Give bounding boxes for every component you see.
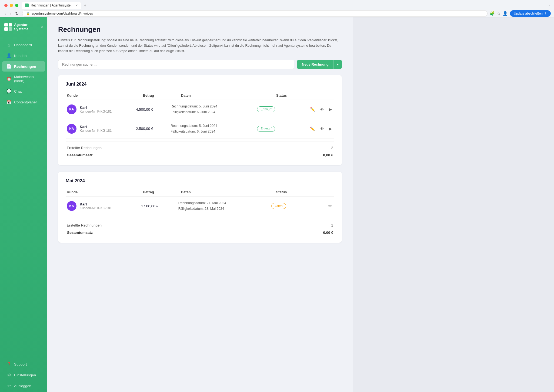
sidebar-item-dashboard[interactable]: ⌂ Dashboard [2, 40, 45, 50]
ausloggen-icon: ↩ [6, 383, 11, 388]
browser-menu-button[interactable]: ⋮ [548, 3, 552, 8]
sidebar-collapse-button[interactable]: « [41, 25, 43, 29]
window-minimize-dot[interactable] [10, 4, 13, 7]
section-month-mai: Mai 2024 [66, 178, 334, 184]
update-button[interactable]: Update abschließen ⋮ [510, 10, 551, 17]
avatar: KA [67, 104, 76, 114]
status-cell: Entwurf [257, 106, 309, 112]
sidebar-item-rechnungen[interactable]: 📄 Rechnungen [2, 61, 45, 72]
table-row: KA Karl Kunden-Nr: K-KG-181 4.500,00 € R… [66, 100, 334, 119]
new-tab-button[interactable]: + [82, 3, 88, 8]
customer-name: Karl [80, 106, 112, 110]
summary-gesamtumsatz: Gesamtumsatz 0,00 € [66, 151, 334, 159]
col-daten: Daten [181, 190, 276, 194]
back-button[interactable]: ‹ [3, 11, 7, 17]
main-content: Rechnungen Hinweis zur Rechnungsstellung… [47, 17, 353, 392]
neue-rechnung-dropdown-button[interactable]: ▾ [333, 60, 342, 69]
invoice-section-mai: Mai 2024 Kunde Betrag Daten Status KA Ka… [58, 172, 342, 243]
sidebar-item-einstellungen[interactable]: ⚙ Einstellungen [2, 370, 45, 380]
contentplaner-icon: 📅 [6, 100, 11, 104]
sidebar-item-kunden[interactable]: 👤 Kunden [2, 50, 45, 61]
search-input[interactable] [58, 60, 294, 69]
status-badge: Entwurf [257, 126, 275, 132]
reload-button[interactable]: ↻ [14, 11, 20, 17]
summary-divider [66, 219, 334, 219]
customer-nr: Kunden-Nr: K-KG-181 [80, 206, 112, 210]
edit-button[interactable]: ✏️ [309, 106, 316, 113]
amount-cell: 1.500,00 € [141, 204, 178, 208]
sidebar-item-label: Ausloggen [14, 384, 31, 388]
neue-rechnung-btn-group: Neue Rechnung ▾ [297, 60, 342, 69]
actions-cell: ✏️ 👁 ▶ [309, 106, 333, 113]
erstellte-count: 1 [331, 223, 333, 227]
logo-text: Agentur Systeme [14, 23, 28, 31]
summary-divider [66, 141, 334, 141]
customer-cell: KA Karl Kunden-Nr: K-KG-181 [67, 124, 136, 134]
send-button[interactable]: ▶ [328, 125, 333, 132]
bookmark-button[interactable]: ☆ [497, 11, 500, 16]
dates-cell: Rechnungsdatum: 5. Juni 2024 Fälligkeits… [171, 123, 257, 135]
forward-button[interactable]: › [8, 11, 12, 17]
tab-favicon [25, 4, 29, 7]
tab-close-btn[interactable]: ✕ [75, 4, 78, 7]
nav-arrows: ‹ › ↻ [3, 11, 20, 17]
sidebar-item-label: Einstellungen [14, 373, 36, 377]
lock-icon: 🔒 [26, 12, 30, 15]
gesamtumsatz-value: 0,00 € [323, 231, 333, 235]
sidebar-logo: Agentur Systeme « [0, 17, 47, 36]
status-cell: Entwurf [257, 126, 309, 132]
table-header-mai: Kunde Betrag Daten Status [66, 188, 334, 197]
sidebar: Agentur Systeme « ⌂ Dashboard 👤 Kunden 📄… [0, 17, 47, 392]
edit-button[interactable]: ✏️ [309, 125, 316, 132]
window-close-dot[interactable] [4, 4, 8, 7]
customer-name: Karl [80, 125, 112, 129]
extensions-button[interactable]: 🧩 [490, 11, 495, 16]
sidebar-item-mahnwesen[interactable]: ⏰ Mahnwesen (soon) [2, 72, 45, 86]
logo-icon [4, 23, 12, 31]
erstellte-label: Erstellte Rechnungen [67, 223, 102, 227]
view-button[interactable]: 👁 [319, 125, 325, 132]
amount-cell: 4.500,00 € [136, 107, 171, 111]
url-bar[interactable]: 🔒 agentursysteme.com/dashboard/invoices [22, 10, 488, 17]
sidebar-item-label: Kunden [14, 54, 27, 58]
sidebar-item-support[interactable]: ❓ Support [2, 359, 45, 369]
status-cell: Offen [271, 203, 327, 209]
info-box: Hinweis zur Rechnungsstellung: sobald du… [58, 38, 342, 54]
erstellte-count: 2 [331, 146, 333, 150]
table-row: KA Karl Kunden-Nr: K-KG-181 2.500,00 € R… [66, 119, 334, 139]
page-title: Rechnungen [58, 25, 342, 34]
avatar: KA [67, 201, 76, 211]
view-button[interactable]: 👁 [327, 203, 333, 209]
col-kunde: Kunde [67, 93, 143, 97]
profile-button[interactable]: 👤 [503, 11, 508, 16]
neue-rechnung-button[interactable]: Neue Rechnung [297, 60, 333, 69]
chat-icon: 💬 [6, 89, 11, 94]
customer-cell: KA Karl Kunden-Nr: K-KG-181 [67, 201, 141, 211]
sidebar-item-chat[interactable]: 💬 Chat [2, 86, 45, 96]
sidebar-item-ausloggen[interactable]: ↩ Ausloggen [2, 381, 45, 391]
logo-content: Agentur Systeme [4, 23, 28, 31]
customer-cell: KA Karl Kunden-Nr: K-KG-181 [67, 104, 136, 114]
browser-tab[interactable]: Rechnungen | Agentursyste... ✕ [22, 2, 81, 9]
invoice-section-juni: Juni 2024 Kunde Betrag Daten Status KA K… [58, 75, 342, 165]
date-label: Rechnungsdatum: 5. Juni 2024 [171, 104, 257, 109]
sidebar-item-contentplaner[interactable]: 📅 Contentplaner [2, 97, 45, 107]
kunden-icon: 👤 [6, 53, 11, 58]
col-betrag: Betrag [143, 93, 181, 97]
summary-erstellte: Erstellte Rechnungen 1 [66, 222, 334, 229]
send-button[interactable]: ▶ [328, 106, 333, 113]
due-label: Fälligkeitsdatum: 6. Juni 2024 [171, 129, 257, 134]
browser-actions: 🧩 ☆ 👤 Update abschließen ⋮ [490, 10, 551, 17]
table-header-juni: Kunde Betrag Daten Status [66, 91, 334, 100]
section-month-juni: Juni 2024 [66, 82, 334, 87]
window-maximize-dot[interactable] [15, 4, 18, 7]
view-button[interactable]: 👁 [319, 106, 325, 113]
rechnungen-icon: 📄 [6, 64, 11, 69]
gesamtumsatz-value: 0,00 € [323, 153, 333, 157]
avatar: KA [67, 124, 76, 134]
actions-cell: ✏️ 👁 ▶ [309, 125, 333, 132]
sidebar-item-label: Contentplaner [14, 100, 37, 104]
einstellungen-icon: ⚙ [6, 373, 11, 377]
update-chevron-icon: ⋮ [544, 12, 547, 15]
dates-cell: Rechnungsdatum: 5. Juni 2024 Fälligkeits… [171, 104, 257, 115]
